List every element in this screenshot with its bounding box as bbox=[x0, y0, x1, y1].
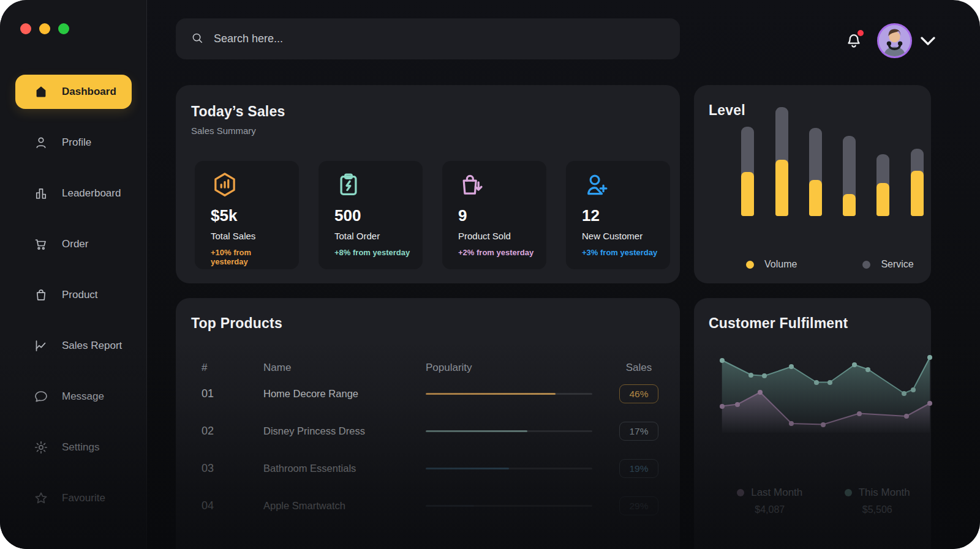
level-bar bbox=[911, 149, 924, 216]
sidebar-nav: DashboardProfileLeaderboardOrderProductS… bbox=[15, 75, 132, 532]
data-point bbox=[902, 391, 907, 396]
minimize-window-button[interactable] bbox=[39, 23, 50, 34]
sidebar-item-settings[interactable]: Settings bbox=[15, 430, 132, 465]
stat-value: 12 bbox=[582, 206, 662, 225]
column-header-name: Name bbox=[263, 362, 426, 374]
popularity-fill bbox=[426, 505, 474, 507]
sales-badge: 46% bbox=[619, 384, 658, 403]
product-rank: 02 bbox=[202, 425, 263, 438]
legend-label: Last Month bbox=[751, 487, 802, 499]
legend-item-volume: Volume bbox=[746, 259, 797, 270]
top-products-title: Top Products bbox=[191, 315, 680, 332]
chat-icon bbox=[34, 389, 48, 404]
level-bar-volume bbox=[911, 171, 924, 216]
todays-sales-card: Today’s Sales Sales Summary $5kTotal Sal… bbox=[176, 85, 680, 283]
level-bar-volume bbox=[843, 194, 856, 216]
column-header-rank: # bbox=[202, 362, 263, 374]
todays-sales-title: Today’s Sales bbox=[191, 103, 665, 120]
sidebar-item-sales-report[interactable]: Sales Report bbox=[15, 329, 132, 363]
data-point bbox=[748, 373, 753, 378]
data-point bbox=[821, 422, 826, 427]
legend-label: This Month bbox=[859, 487, 910, 499]
legend-dot bbox=[737, 489, 744, 496]
level-bar bbox=[876, 154, 889, 216]
avatar-image bbox=[879, 25, 910, 56]
fulfilment-legend-last-month: Last Month$4,087 bbox=[716, 487, 824, 515]
data-point bbox=[762, 373, 767, 378]
legend-value: $5,506 bbox=[862, 504, 892, 515]
customer-fulfilment-title: Customer Fulfilment bbox=[709, 315, 931, 332]
popularity-fill bbox=[426, 393, 556, 395]
avatar[interactable] bbox=[877, 23, 912, 58]
data-point bbox=[720, 358, 725, 363]
stat-tile-product-sold[interactable]: 9Product Sold+2% from yesterday bbox=[442, 161, 546, 269]
sidebar-item-product[interactable]: Product bbox=[15, 278, 132, 312]
stat-tile-total-sales[interactable]: $5kTotal Sales+10% from yesterday bbox=[195, 161, 299, 269]
sidebar-item-dashboard[interactable]: Dashboard bbox=[15, 75, 132, 109]
stat-value: 500 bbox=[334, 206, 414, 225]
table-row[interactable]: 02Disney Princess Dress17% bbox=[176, 413, 680, 450]
sidebar-item-order[interactable]: Order bbox=[15, 227, 132, 261]
level-bar bbox=[809, 128, 822, 216]
sidebar-item-label: Product bbox=[62, 289, 98, 301]
level-bar-volume bbox=[876, 183, 889, 216]
data-point bbox=[827, 380, 832, 385]
search-bar[interactable] bbox=[176, 18, 680, 59]
top-products-header-row: # Name Popularity Sales bbox=[176, 360, 680, 375]
data-point bbox=[857, 411, 862, 416]
sidebar-item-label: Leaderboard bbox=[62, 187, 121, 200]
search-input[interactable] bbox=[213, 32, 665, 46]
gear-icon bbox=[34, 440, 48, 455]
data-point bbox=[852, 362, 857, 367]
popularity-track bbox=[426, 505, 592, 507]
sales-badge: 19% bbox=[619, 459, 658, 478]
product-rank: 03 bbox=[202, 462, 263, 475]
popularity-fill bbox=[426, 468, 509, 469]
chevron-down-icon[interactable] bbox=[919, 34, 937, 48]
data-point bbox=[735, 402, 740, 407]
legend-label: Volume bbox=[764, 259, 797, 270]
table-row[interactable]: 04Apple Smartwatch29% bbox=[176, 487, 680, 525]
leaderboard-icon bbox=[34, 186, 48, 201]
stat-delta: +2% from yesterday bbox=[458, 248, 538, 257]
legend-item-service: Service bbox=[862, 259, 913, 270]
sales-badge: 29% bbox=[619, 496, 658, 515]
stat-tile-new-customer[interactable]: 12New Customer+3% from yesterday bbox=[566, 161, 670, 269]
table-row[interactable]: 03Bathroom Essentials19% bbox=[176, 450, 680, 487]
notifications-button[interactable] bbox=[844, 29, 865, 51]
level-bar bbox=[775, 107, 788, 216]
stat-value: $5k bbox=[211, 206, 290, 225]
stat-label: Product Sold bbox=[458, 231, 538, 241]
level-card: Level VolumeService bbox=[694, 85, 931, 283]
zoom-window-button[interactable] bbox=[58, 23, 69, 34]
table-row[interactable]: 01Home Decore Range46% bbox=[176, 375, 680, 413]
sidebar-item-label: Profile bbox=[62, 136, 91, 149]
sidebar-item-leaderboard[interactable]: Leaderboard bbox=[15, 176, 132, 211]
legend-value: $4,087 bbox=[755, 504, 785, 515]
data-point bbox=[789, 421, 794, 426]
close-window-button[interactable] bbox=[20, 23, 31, 34]
clipboard-bolt-icon bbox=[334, 171, 363, 199]
sidebar: DashboardProfileLeaderboardOrderProductS… bbox=[0, 0, 147, 549]
sidebar-item-profile[interactable]: Profile bbox=[15, 125, 132, 160]
data-point bbox=[911, 387, 916, 392]
window-controls bbox=[20, 23, 69, 34]
sidebar-item-message[interactable]: Message bbox=[15, 379, 132, 414]
user-plus-icon bbox=[582, 171, 610, 199]
star-icon bbox=[34, 491, 48, 506]
data-point bbox=[814, 380, 819, 385]
search-icon bbox=[190, 31, 204, 47]
stat-label: Total Sales bbox=[211, 231, 290, 241]
popularity-cell bbox=[426, 468, 609, 469]
sidebar-item-favourite[interactable]: Favourite bbox=[15, 481, 132, 515]
legend-dot bbox=[845, 489, 852, 496]
popularity-cell bbox=[426, 430, 609, 432]
legend-row: Last Month bbox=[737, 487, 802, 499]
popularity-cell bbox=[426, 505, 609, 507]
popularity-cell bbox=[426, 393, 609, 395]
bag-arrow-down-icon bbox=[458, 171, 486, 199]
stat-tile-total-order[interactable]: 500Total Order+8% from yesterday bbox=[318, 161, 423, 269]
sales-badge: 17% bbox=[619, 422, 658, 441]
level-bar-volume bbox=[809, 180, 822, 216]
top-products-card: Top Products # Name Popularity Sales 01H… bbox=[176, 298, 680, 549]
